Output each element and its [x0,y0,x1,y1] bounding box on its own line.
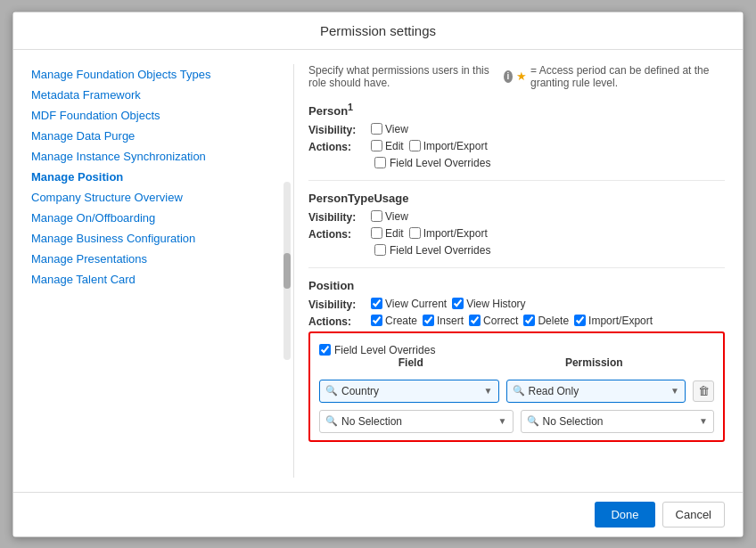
ptu-actions-label: Actions: [308,227,371,241]
field-perm-row-2: 🔍 No Selection ▼ 🔍 No Selection ▼ [319,410,714,433]
ptu-field-level-label[interactable]: Field Level Overrides [374,244,490,257]
person-actions-label: Actions: [308,140,371,153]
person-edit-checkbox[interactable] [371,140,382,151]
nav-link-data-purge[interactable]: Manage Data Purge [31,126,272,146]
person-field-level-row: Field Level Overrides [308,157,725,169]
info-icon: i [504,70,513,83]
position-field-level-box: Field Level Overrides Field Permission 🔍… [308,331,725,442]
position-view-current-checkbox[interactable] [371,298,382,309]
field-select-noselection[interactable]: 🔍 No Selection ▼ [319,410,514,433]
scrollbar-track [284,182,291,360]
search-icon-field: 🔍 [325,385,338,397]
ptu-field-level-row: Field Level Overrides [308,244,725,257]
nav-link-onoffboarding[interactable]: Manage On/Offboarding [31,208,272,228]
position-field-level-header-row: Field Level Overrides [319,344,714,356]
person-importexport-label[interactable]: Import/Export [409,140,488,152]
person-type-usage-title: PersonTypeUsage [308,192,725,205]
right-panel: Specify what permissions users in this r… [293,64,725,478]
person-section: Person1 Visibility: View Actions: Edit [308,102,725,181]
field-column-header: Field [319,356,503,369]
position-actions-label: Actions: [308,315,371,328]
field-selected-text-2: No Selection [341,415,498,428]
field-perm-header: Field Permission [319,356,714,372]
chevron-down-icon: ▼ [484,386,493,396]
position-section: Position Visibility: View Current View H… [308,279,725,442]
dialog-body: Manage Foundation Objects Types Metadata… [13,50,743,492]
scrollbar-thumb [284,253,291,289]
person-importexport-checkbox[interactable] [409,140,421,151]
person-field-level-checkbox[interactable] [374,157,386,168]
cancel-button[interactable]: Cancel [662,502,725,528]
ptu-visibility-controls: View [371,210,408,223]
position-create-label[interactable]: Create [371,315,417,327]
chevron-down-icon-perm: ▼ [670,386,679,396]
dialog-title: Permission settings [13,12,743,50]
ptu-importexport-checkbox[interactable] [409,227,421,239]
position-visibility-label: Visibility: [308,298,371,311]
chevron-down-icon-2: ▼ [498,416,507,426]
position-actions-controls: Create Insert Correct Delete Import/ [371,315,653,327]
ptu-actions-controls: Edit Import/Export [371,227,488,240]
nav-link-manage-foundation[interactable]: Manage Foundation Objects Types [31,64,272,85]
position-actions-row: Actions: Create Insert Correct Delete [308,315,725,328]
position-insert-checkbox[interactable] [423,315,434,326]
position-visibility-row: Visibility: View Current View History [308,298,725,311]
field-perm-row-1: 🔍 Country ▼ 🔍 Read Only ▼ 🗑 [319,380,714,403]
field-select-country[interactable]: 🔍 Country ▼ [319,380,499,403]
done-button[interactable]: Done [595,502,654,528]
ptu-field-level-checkbox[interactable] [374,244,386,256]
person-actions-controls: Edit Import/Export [371,140,488,152]
perm-select-readonly[interactable]: 🔍 Read Only ▼ [506,380,686,403]
person-view-label[interactable]: View [371,123,408,135]
ptu-edit-checkbox[interactable] [371,227,382,239]
ptu-visibility-label: Visibility: [308,210,371,224]
person-actions-row: Actions: Edit Import/Export [308,140,725,153]
ptu-visibility-row: Visibility: View [308,210,725,224]
nav-link-metadata[interactable]: Metadata Framework [31,85,272,105]
ptu-edit-label[interactable]: Edit [371,227,404,240]
search-icon-field-2: 🔍 [325,415,338,427]
nav-link-presentations[interactable]: Manage Presentations [31,249,272,269]
perm-column-header: Permission [503,356,686,369]
position-view-current-label[interactable]: View Current [371,298,447,310]
ptu-importexport-label[interactable]: Import/Export [409,227,488,240]
ptu-view-checkbox[interactable] [371,210,382,222]
search-icon-perm: 🔍 [513,385,525,397]
nav-link-company-structure[interactable]: Company Structure Overview [31,187,272,208]
position-delete-checkbox[interactable] [523,315,535,326]
nav-link-mdf[interactable]: MDF Foundation Objects [31,105,272,126]
info-bar: Specify what permissions users in this r… [308,64,725,89]
position-correct-label[interactable]: Correct [469,315,518,327]
person-title: Person1 [308,102,725,118]
position-correct-checkbox[interactable] [469,315,481,326]
star-icon: ★ [516,70,527,83]
ptu-actions-row: Actions: Edit Import/Export [308,227,725,241]
left-nav-scrollbar[interactable] [281,64,293,478]
person-view-checkbox[interactable] [371,123,382,135]
perm-selected-text-2: No Selection [543,415,700,428]
person-edit-label[interactable]: Edit [371,140,404,152]
nav-link-instance-sync[interactable]: Manage Instance Synchronization [31,146,272,167]
field-selected-text: Country [341,385,484,397]
position-field-level-checkbox[interactable] [319,344,331,356]
person-type-usage-section: PersonTypeUsage Visibility: View Actions… [308,192,725,268]
position-delete-label[interactable]: Delete [523,315,569,327]
person-field-level-label[interactable]: Field Level Overrides [374,157,490,169]
search-icon-perm-2: 🔍 [527,415,539,427]
position-view-history-label[interactable]: View History [452,298,525,310]
nav-link-business-config[interactable]: Manage Business Configuration [31,228,272,249]
position-title: Position [308,279,725,292]
nav-link-talent-card[interactable]: Manage Talent Card [31,269,272,290]
position-view-history-checkbox[interactable] [452,298,464,309]
ptu-view-label[interactable]: View [371,210,408,223]
position-field-level-label[interactable]: Field Level Overrides [319,344,435,356]
delete-row-button[interactable]: 🗑 [693,380,714,402]
position-create-checkbox[interactable] [371,315,382,326]
position-importexport-checkbox[interactable] [574,315,586,326]
person-visibility-controls: View [371,123,408,135]
dialog-footer: Done Cancel [13,492,743,536]
position-importexport-label[interactable]: Import/Export [574,315,653,327]
perm-select-noselection[interactable]: 🔍 No Selection ▼ [521,410,715,433]
position-insert-label[interactable]: Insert [423,315,464,327]
nav-link-manage-position[interactable]: Manage Position [31,167,272,187]
